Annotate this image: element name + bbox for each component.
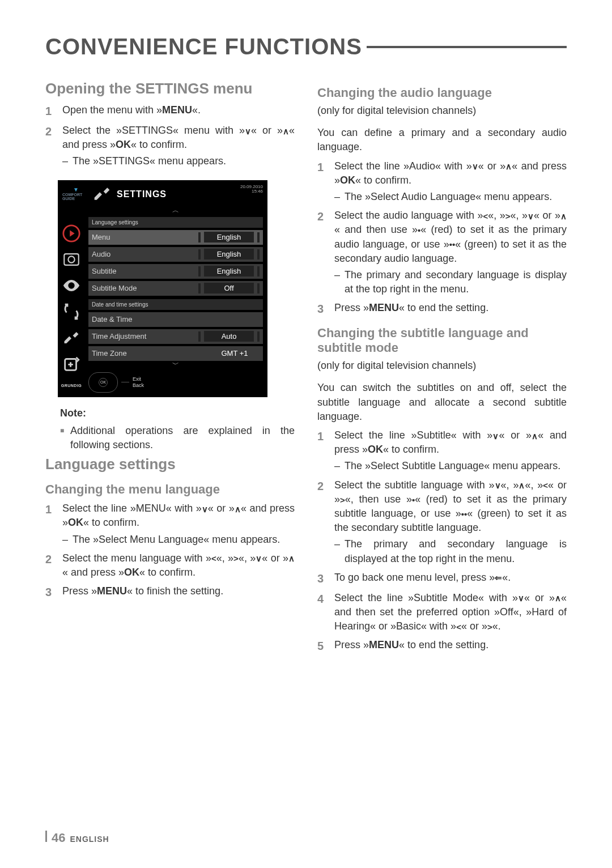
svg-point-3 <box>70 284 73 287</box>
tools-icon <box>93 185 111 205</box>
subnote: (only for digital television channels) <box>317 359 567 373</box>
tv-section-label: Date and time settings <box>88 299 263 310</box>
tv-row-key: Time Adjustment <box>92 332 195 341</box>
comfort-guide-label: ▼ COMFORTGUIDE <box>62 185 91 201</box>
left-column: Opening the SETTINGS menu 1 Open the men… <box>45 76 295 662</box>
title-rule <box>367 46 567 48</box>
step-number: 4 <box>317 591 334 634</box>
step-number: 2 <box>317 478 334 566</box>
note-block: Note: Additional operations are explaine… <box>60 406 295 453</box>
step-number: 1 <box>317 428 334 474</box>
steps-menu-lang: 1 Select the line »MENU« with »∨« or »∧«… <box>45 501 295 600</box>
step-number: 2 <box>45 124 62 169</box>
heading-language-settings: Language settings <box>45 456 295 473</box>
heading-change-menu-lang: Changing the menu language <box>45 482 295 497</box>
tv-row-key: Date & Time <box>92 315 260 324</box>
step-number: 2 <box>317 209 334 296</box>
heading-change-audio-lang: Changing the audio language <box>317 86 567 100</box>
tv-row-time-zone: Time Zone GMT +1 <box>88 346 263 361</box>
step-body: Press »MENU« to finish the setting. <box>62 584 295 600</box>
tv-section-label: Language settings <box>88 217 263 228</box>
dish-icon <box>62 250 81 269</box>
step-sub: The »Select Audio Language« menu appears… <box>334 190 567 204</box>
step-body: Press »MENU« to end the setting. <box>334 301 567 317</box>
tv-settings-screenshot: ▼ COMFORTGUIDE SETTINGS 20.09.201015:46 <box>58 180 267 397</box>
chevron-down-icon: ▼ <box>62 187 90 193</box>
tv-row-subtitle-mode: Subtitle Mode Off <box>88 281 263 296</box>
step-body: Select the line »Subtitle Mode« with »∨«… <box>334 591 567 634</box>
page-number: 46 <box>52 831 65 845</box>
step-body: Select the subtitle language with »∨«, »… <box>334 478 567 566</box>
page-footer: 46 ENGLISH <box>45 831 109 845</box>
svg-rect-1 <box>64 254 79 265</box>
subnote: (only for digital television channels) <box>317 104 567 118</box>
heading-change-subtitle: Changing the subtitle language and subti… <box>317 326 567 355</box>
step-body: Select the line »MENU« with »∨« or »∧« a… <box>62 501 295 547</box>
tv-row-subtitle: Subtitle English <box>88 264 263 279</box>
step-number: 2 <box>45 551 62 580</box>
footer-lang: ENGLISH <box>70 835 109 844</box>
step-body: Select the line »Audio« with »∨« or »∧« … <box>334 159 567 205</box>
play-icon <box>62 224 81 243</box>
footer-bar <box>45 831 47 842</box>
tv-sidebar: GRUNDIG <box>58 207 85 393</box>
tv-row-val: GMT +1 <box>210 348 260 359</box>
step-sub: The »Select Subtitle Language« menu appe… <box>334 459 567 473</box>
chevron-down-icon: ﹀ <box>88 361 263 368</box>
step-number: 5 <box>317 638 334 654</box>
heading-opening-settings: Opening the SETTINGS menu <box>45 80 295 97</box>
tv-row-key: Time Zone <box>92 349 206 358</box>
step-body: Press »MENU« to end the setting. <box>334 638 567 654</box>
tv-row-key: Subtitle Mode <box>92 284 195 292</box>
step-number: 3 <box>317 301 334 317</box>
tv-row-val: Off <box>204 283 254 293</box>
step-sub: The primary and secondary language is di… <box>334 268 567 296</box>
tv-row-val: English <box>204 232 254 242</box>
tools-icon <box>62 328 81 347</box>
paragraph: You can define a primary and a secondary… <box>317 126 567 154</box>
step-number: 1 <box>45 501 62 547</box>
tv-row-val: English <box>204 249 254 259</box>
chevron-up-icon: ︿ <box>88 207 263 214</box>
tv-title: SETTINGS <box>117 189 167 199</box>
tv-row-key: Audio <box>92 250 195 258</box>
right-column: Changing the audio language (only for di… <box>317 76 567 662</box>
tv-row-key: Menu <box>92 233 195 241</box>
steps-audio-lang: 1 Select the line »Audio« with »∨« or »∧… <box>317 159 567 317</box>
brand-label: GRUNDIG <box>61 380 82 388</box>
paragraph: You can switch the subtitles on and off,… <box>317 381 567 424</box>
tv-row-val: Auto <box>204 331 254 342</box>
tv-row-key: Subtitle <box>92 267 195 275</box>
tv-row-datetime: Date & Time <box>88 312 263 327</box>
step-body: Open the menu with »MENU«. <box>62 103 295 119</box>
step-body: To go back one menu level, press »⇐«. <box>334 571 567 586</box>
eye-icon <box>62 276 81 295</box>
tv-footer: ExitBack <box>88 368 263 393</box>
steps-subtitle: 1 Select the line »Subtitle« with »∨« or… <box>317 428 567 654</box>
tv-row-audio: Audio English <box>88 247 263 262</box>
step-body: Select the menu language with »<«, »>«, … <box>62 551 295 580</box>
power-icon <box>62 354 81 373</box>
title-text: CONVENIENCE FUNCTIONS <box>45 34 362 59</box>
step-number: 3 <box>45 584 62 600</box>
tv-row-time-adjust: Time Adjustment Auto <box>88 329 263 344</box>
remote-ok-icon <box>88 372 118 393</box>
note-body: Additional operations are explained in t… <box>60 424 295 452</box>
step-number: 1 <box>45 103 62 119</box>
step-number: 3 <box>317 571 334 586</box>
step-body: Select the line »Subtitle« with »∨« or »… <box>334 428 567 474</box>
tv-datetime: 20.09.201015:46 <box>240 185 263 195</box>
step-sub: The »Select Menu Language« menu appears. <box>62 533 295 547</box>
step-number: 1 <box>317 159 334 205</box>
svg-point-2 <box>68 256 74 262</box>
tv-row-menu: Menu English <box>88 230 263 245</box>
arrows-icon <box>62 302 81 321</box>
step-body: Select the audio language with »<«, »>«,… <box>334 209 567 296</box>
step-sub: The »SETTINGS« menu appears. <box>62 154 295 168</box>
tv-footer-text: ExitBack <box>133 376 144 389</box>
tv-row-val: English <box>204 266 254 276</box>
steps-opening: 1 Open the menu with »MENU«. 2 Select th… <box>45 103 295 169</box>
step-body: Select the »SETTINGS« menu with »∨« or »… <box>62 124 295 169</box>
step-sub: The primary and secondary language is di… <box>334 537 567 565</box>
page-title: CONVENIENCE FUNCTIONS <box>45 34 567 59</box>
